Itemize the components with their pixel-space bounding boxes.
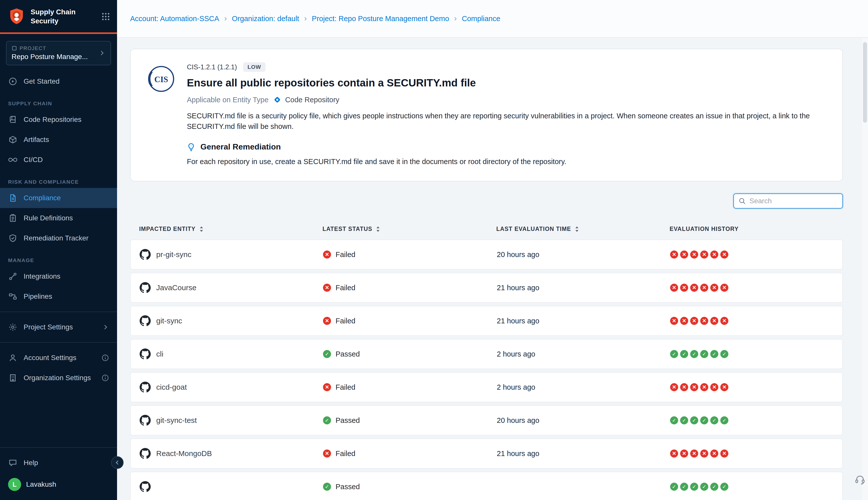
sidebar-item-label: Project Settings bbox=[24, 323, 73, 331]
sidebar-item-rule-definitions[interactable]: Rule Definitions bbox=[0, 208, 117, 228]
supply-chain-security-logo bbox=[8, 8, 26, 26]
column-header-impacted-entity[interactable]: IMPACTED ENTITY bbox=[139, 226, 323, 232]
rule-code: CIS-1.2.1 (1.2.1) bbox=[187, 63, 237, 71]
table-rows: pr-git-sync Failed 20 hours ago JavaCour… bbox=[130, 239, 843, 500]
table-row[interactable]: React-MongoDB Failed 21 hours ago bbox=[130, 439, 843, 469]
evaluation-time: 21 hours ago bbox=[497, 317, 670, 325]
main-area: Account: Automation-SSCA › Organization:… bbox=[117, 0, 868, 500]
search-box[interactable] bbox=[733, 193, 843, 208]
sidebar-item-remediation-tracker[interactable]: Remediation Tracker bbox=[0, 228, 117, 248]
sidebar-item-code-repositories[interactable]: Code Repositories bbox=[0, 110, 117, 130]
sort-icon[interactable] bbox=[199, 226, 204, 232]
project-label: PROJECT bbox=[12, 45, 99, 51]
scrollbar-thumb[interactable] bbox=[863, 42, 867, 123]
sidebar-item-cicd[interactable]: CI/CD bbox=[0, 150, 117, 170]
evaluation-time: 21 hours ago bbox=[497, 450, 670, 458]
status-icon bbox=[323, 450, 331, 457]
project-name: Repo Posture Manage... bbox=[12, 53, 99, 61]
entity-cell[interactable]: git-sync bbox=[140, 315, 323, 326]
nav-section-risk-and-compliance: RISK AND COMPLIANCE bbox=[8, 179, 109, 185]
account-settings-icon bbox=[8, 353, 18, 363]
evaluation-history bbox=[670, 250, 842, 259]
sidebar-collapse-handle[interactable] bbox=[111, 456, 124, 469]
sidebar-divider bbox=[0, 447, 117, 448]
entity-cell[interactable]: cli bbox=[140, 349, 323, 360]
breadcrumb-project[interactable]: Project: Repo Posture Management Demo bbox=[312, 14, 449, 23]
sidebar-item-label: Code Repositories bbox=[24, 116, 81, 124]
sidebar-item-organization-settings[interactable]: Organization Settings bbox=[0, 368, 117, 388]
entity-cell[interactable]: git-sync-test bbox=[140, 415, 323, 426]
fail-icon bbox=[720, 383, 728, 391]
fail-icon bbox=[680, 450, 688, 457]
column-header-evaluation-history: EVALUATION HISTORY bbox=[670, 226, 843, 232]
info-icon[interactable] bbox=[102, 374, 109, 382]
sidebar-item-label: Organization Settings bbox=[24, 374, 91, 382]
breadcrumb-organization[interactable]: Organization: default bbox=[232, 14, 299, 23]
evaluation-history bbox=[670, 483, 842, 491]
sidebar-item-get-started[interactable]: Get Started bbox=[0, 71, 117, 91]
sidebar-item-project-settings[interactable]: Project Settings bbox=[0, 317, 117, 337]
module-accent-line bbox=[0, 32, 117, 34]
sidebar-item-help[interactable]: Help bbox=[0, 453, 117, 473]
table-row[interactable]: cicd-goat Failed 2 hours ago bbox=[130, 372, 843, 402]
sidebar-item-account-settings[interactable]: Account Settings bbox=[0, 348, 117, 368]
github-icon bbox=[140, 249, 151, 260]
project-selector[interactable]: PROJECT Repo Posture Manage... bbox=[6, 41, 111, 65]
evaluation-time: 2 hours ago bbox=[497, 350, 670, 358]
module-switcher-icon[interactable] bbox=[102, 12, 110, 21]
status-cell: Passed bbox=[323, 350, 497, 358]
table-row[interactable]: git-sync-test Passed 20 hours ago bbox=[130, 405, 843, 435]
gear-icon bbox=[8, 322, 18, 332]
fail-icon bbox=[710, 450, 718, 457]
vertical-scrollbar[interactable] bbox=[862, 38, 868, 500]
pass-icon bbox=[690, 416, 698, 424]
entity-cell[interactable]: pr-git-sync bbox=[140, 249, 323, 260]
fail-icon bbox=[670, 450, 678, 457]
entity-cell[interactable]: JavaCourse bbox=[140, 282, 323, 293]
info-icon[interactable] bbox=[102, 354, 109, 362]
cicd-icon bbox=[8, 155, 18, 164]
breadcrumb-account[interactable]: Account: Automation-SSCA bbox=[130, 14, 219, 23]
sidebar-item-label: Pipelines bbox=[24, 293, 52, 300]
table-row[interactable]: JavaCourse Failed 21 hours ago bbox=[130, 273, 843, 303]
status-label: Failed bbox=[336, 383, 355, 391]
evaluation-history bbox=[670, 383, 842, 391]
support-icon[interactable] bbox=[854, 474, 866, 487]
table-row[interactable]: Passed bbox=[130, 471, 843, 500]
evaluation-history bbox=[670, 284, 842, 292]
entity-cell[interactable] bbox=[140, 481, 323, 492]
sidebar-item-integrations[interactable]: Integrations bbox=[0, 266, 117, 286]
table-row[interactable]: cli Passed 2 hours ago bbox=[130, 339, 843, 369]
severity-badge: LOW bbox=[243, 62, 266, 72]
breadcrumb-compliance[interactable]: Compliance bbox=[462, 14, 500, 23]
entity-cell[interactable]: cicd-goat bbox=[140, 382, 323, 393]
evaluation-history bbox=[670, 416, 842, 424]
fail-icon bbox=[680, 383, 688, 391]
breadcrumb-separator: › bbox=[224, 14, 227, 23]
table-row[interactable]: git-sync Failed 21 hours ago bbox=[130, 306, 843, 336]
entity-type-link[interactable]: Code Repository bbox=[273, 95, 339, 104]
sidebar-item-compliance[interactable]: Compliance bbox=[0, 188, 117, 208]
entity-name: cicd-goat bbox=[156, 383, 187, 391]
sidebar-item-label: Get Started bbox=[24, 77, 59, 86]
table-row[interactable]: pr-git-sync Failed 20 hours ago bbox=[130, 239, 843, 270]
entity-cell[interactable]: React-MongoDB bbox=[140, 448, 323, 459]
lightbulb-icon bbox=[187, 143, 195, 151]
pass-icon bbox=[690, 483, 698, 491]
column-header-latest-status[interactable]: LATEST STATUS bbox=[323, 226, 496, 232]
status-cell: Failed bbox=[323, 284, 497, 292]
sidebar-item-label: Help bbox=[24, 459, 38, 467]
sidebar-divider bbox=[0, 342, 117, 343]
pass-icon bbox=[710, 416, 718, 424]
search-input[interactable] bbox=[750, 197, 838, 205]
user-menu[interactable]: L Lavakush bbox=[0, 473, 117, 497]
sidebar-item-artifacts[interactable]: Artifacts bbox=[0, 130, 117, 150]
sidebar-item-pipelines[interactable]: Pipelines bbox=[0, 286, 117, 307]
sort-icon[interactable] bbox=[575, 226, 579, 232]
applicable-label: Applicable on Entity Type bbox=[187, 96, 268, 104]
evaluation-time: 2 hours ago bbox=[497, 383, 670, 391]
cis-logo: CIS bbox=[146, 64, 175, 166]
column-header-last-evaluation-time[interactable]: LAST EVALUATION TIME bbox=[496, 226, 670, 232]
evaluation-time: 20 hours ago bbox=[497, 250, 670, 259]
sort-icon[interactable] bbox=[376, 226, 380, 232]
